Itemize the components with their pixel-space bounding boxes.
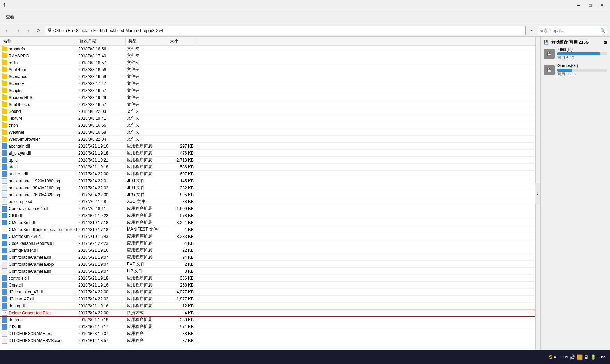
file-date: 2016/6/28 15:07 <box>77 330 126 337</box>
table-row[interactable]: debug.dll2018/6/21 19:16应用程序扩展12 KB <box>0 303 535 309</box>
table-row[interactable]: triton2018/8/8 16:56文件夹 <box>0 122 535 129</box>
table-row[interactable]: Sound2018/8/8 22:03文件夹 <box>0 108 535 115</box>
file-date: 2014/3/19 17:18 <box>77 219 126 226</box>
table-row[interactable]: CodeReason.Reports.dll2017/5/24 22:23应用程… <box>0 240 535 247</box>
breadcrumb-other-e[interactable]: Other (E:) <box>55 28 73 33</box>
file-name: debug.dll <box>0 303 77 309</box>
col-header-size[interactable]: 大小 <box>167 37 195 45</box>
table-row[interactable]: Carenavigraphx64.dll2017/7/5 18:11应用程序扩展… <box>0 205 535 212</box>
table-row[interactable]: RAASPRO2018/8/8 17:40文件夹 <box>0 52 535 59</box>
table-row[interactable]: Weather2018/8/8 16:58文件夹 <box>0 129 535 136</box>
file-name-label: ControllableCamera.exp <box>9 262 54 267</box>
table-row[interactable]: WebSimBrowser2018/8/8 22:04文件夹 <box>0 136 535 143</box>
taskbar-network-icon[interactable]: 📶 <box>577 354 583 360</box>
file-date: 2018/8/8 16:59 <box>77 73 126 80</box>
table-row[interactable]: controls.dll2018/6/21 19:18应用程序扩展386 KB <box>0 275 535 282</box>
table-row[interactable]: d3dcompiler_47.dll2017/5/24 22:00应用程序扩展4… <box>0 289 535 296</box>
table-row[interactable]: ↗Delete Generated Files2017/5/24 22:00快捷… <box>0 309 535 316</box>
file-date: 2018/8/8 22:03 <box>77 108 126 115</box>
file-name-label: Sound <box>9 109 21 114</box>
taskbar-monitor-icon[interactable]: 🖥 <box>584 354 589 360</box>
folder-icon <box>2 53 7 58</box>
table-row[interactable]: SimObjects2018/8/8 16:57文件夹 <box>0 101 535 108</box>
table-row[interactable]: ai_player.dll2018/6/21 19:18应用程序扩展476 KB <box>0 150 535 157</box>
close-button[interactable]: ✕ <box>597 2 607 9</box>
table-row[interactable]: CMeteoXml.dll2014/3/19 17:18应用程序扩展8,261 … <box>0 219 535 226</box>
table-row[interactable]: Scenery2018/8/8 17:47文件夹 <box>0 80 535 87</box>
table-row[interactable]: propdefs2018/8/8 16:56文件夹 <box>0 46 535 52</box>
col-header-date[interactable]: 修改日期 <box>77 37 126 45</box>
title-bar-left: 4 <box>3 2 5 8</box>
settings-icon[interactable]: ⚙ <box>603 40 607 45</box>
table-row[interactable]: Scenarios2018/8/8 16:59文件夹 <box>0 73 535 80</box>
forward-button[interactable]: → <box>13 26 22 35</box>
collapse-button[interactable]: › <box>535 183 540 204</box>
breadcrumb-simulate-flight[interactable]: Simulate Flight <box>76 28 103 33</box>
table-row[interactable]: atc.dll2018/6/21 19:18应用程序扩展586 KB <box>0 164 535 171</box>
table-row[interactable]: background_3840x2160.jpg2017/5/24 22:02J… <box>0 184 535 191</box>
table-row[interactable]: ShadersHLSL2018/8/8 19:29文件夹 <box>0 94 535 101</box>
table-row[interactable]: ControllableCamera.lib2018/6/21 19:07LIB… <box>0 268 535 275</box>
file-name-label: acontain.dll <box>9 144 30 149</box>
dll-icon <box>2 143 7 149</box>
back-button[interactable]: ← <box>3 26 12 35</box>
file-date: 2018/6/21 19:17 <box>77 323 126 330</box>
table-row[interactable]: ConfigParser.dll2018/6/21 19:16应用程序扩展22 … <box>0 247 535 254</box>
table-row[interactable]: api.dll2018/6/21 19:21应用程序扩展2,713 KB <box>0 157 535 164</box>
breadcrumb-root[interactable]: 脑 <box>48 27 52 33</box>
col-header-type[interactable]: 类型 <box>126 37 167 45</box>
breadcrumb-lockheed[interactable]: Lockheed Martin <box>106 28 137 33</box>
search-input[interactable] <box>539 28 600 33</box>
table-row[interactable]: ControllableCamera.exp2018/6/21 19:07EXP… <box>0 261 535 268</box>
table-row[interactable]: CIGI.dll2018/6/21 19:22应用程序扩展578 KB <box>0 212 535 219</box>
table-row[interactable]: ControllableCamera.dll2018/6/21 19:07应用程… <box>0 254 535 261</box>
table-row[interactable]: Texture2018/8/8 19:41文件夹 <box>0 115 535 122</box>
table-row[interactable]: CMeteoXmlx64.dll2017/7/10 15:43应用程序扩展8,2… <box>0 233 535 240</box>
file-type: JPG 文件 <box>126 184 167 191</box>
file-name: WebSimBrowser <box>0 136 77 142</box>
table-row[interactable]: audiere.dll2017/5/24 22:00应用程序扩展607 KB <box>0 171 535 177</box>
col-header-name[interactable]: 名称 ↑ <box>0 37 77 45</box>
dropdown-button[interactable]: ▾ <box>527 26 536 35</box>
table-row[interactable]: acontain.dll2018/6/21 19:16应用程序扩展297 KB <box>0 143 535 150</box>
file-size: 8,283 KB <box>167 233 195 240</box>
file-date: 2018/6/21 19:18 <box>77 150 126 156</box>
taskbar-sound-icon[interactable]: 🔊 <box>569 354 575 360</box>
refresh-button[interactable]: ⟳ <box>34 26 43 35</box>
table-row[interactable]: DLLCFGFSXNAMESVS.exe2017/9/14 18:57应用程序3… <box>0 337 535 344</box>
table-row[interactable]: Scripts2018/8/8 16:57文件夹 <box>0 87 535 94</box>
file-name-label: RAASPRO <box>9 53 29 58</box>
file-size: 386 KB <box>167 275 195 281</box>
file-size <box>167 129 195 135</box>
file-name: redist <box>0 59 77 66</box>
address-bar: ← → ↑ ⟳ 脑 › Other (E:) › Simulate Flight… <box>0 24 610 37</box>
table-row[interactable]: demo.dll2018/6/21 19:18应用程序扩展230 KB <box>0 316 535 323</box>
table-row[interactable]: DLLCFGFSXNAME.exe2016/6/28 15:07应用程序38 K… <box>0 330 535 337</box>
minimize-button[interactable]: ─ <box>573 2 584 9</box>
table-row[interactable]: Core.dll2018/6/21 19:16应用程序扩展258 KB <box>0 282 535 289</box>
table-row[interactable]: background_1920x1080.jpg2017/5/24 22:01J… <box>0 177 535 184</box>
view-button[interactable]: 查看 <box>3 12 17 23</box>
breadcrumb-prepar3d[interactable]: Prepar3D v4 <box>140 28 163 33</box>
table-row[interactable]: bglcomp.xsd2017/7/6 11:48XSD 文件88 KB <box>0 198 535 205</box>
file-name-label: bglcomp.xsd <box>9 199 32 204</box>
table-row[interactable]: d3dcsx_47.dll2017/5/24 22:02应用程序扩展1,877 … <box>0 296 535 303</box>
file-date: 2017/7/5 18:11 <box>77 205 126 212</box>
up-button[interactable]: ↑ <box>24 26 33 35</box>
table-row[interactable]: redist2018/8/8 16:57文件夹 <box>0 59 535 66</box>
table-row[interactable]: Scaleform2018/8/8 16:56文件夹 <box>0 66 535 73</box>
search-icon[interactable]: 🔍 <box>600 28 605 33</box>
file-name-label: api.dll <box>9 158 19 163</box>
file-size <box>167 115 195 122</box>
address-path[interactable]: 脑 › Other (E:) › Simulate Flight › Lockh… <box>45 26 526 35</box>
file-name-label: audiere.dll <box>9 172 28 176</box>
file-name-label: demo.dll <box>9 317 24 322</box>
taskbar-battery-icon[interactable]: 🔋 <box>590 354 596 360</box>
table-row[interactable]: DIS.dll2018/6/21 19:17应用程序扩展571 KB <box>0 323 535 330</box>
table-row[interactable]: CMeteoXml.dll.intermediate.manifest2014/… <box>0 226 535 233</box>
file-name-label: CMeteoXml.dll <box>9 220 36 225</box>
maximize-button[interactable]: □ <box>585 2 595 9</box>
table-row[interactable]: background_7680x4320.jpg2017/5/24 22:00J… <box>0 191 535 198</box>
dll-icon <box>2 206 7 212</box>
file-name: ControllableCamera.exp <box>0 261 77 267</box>
